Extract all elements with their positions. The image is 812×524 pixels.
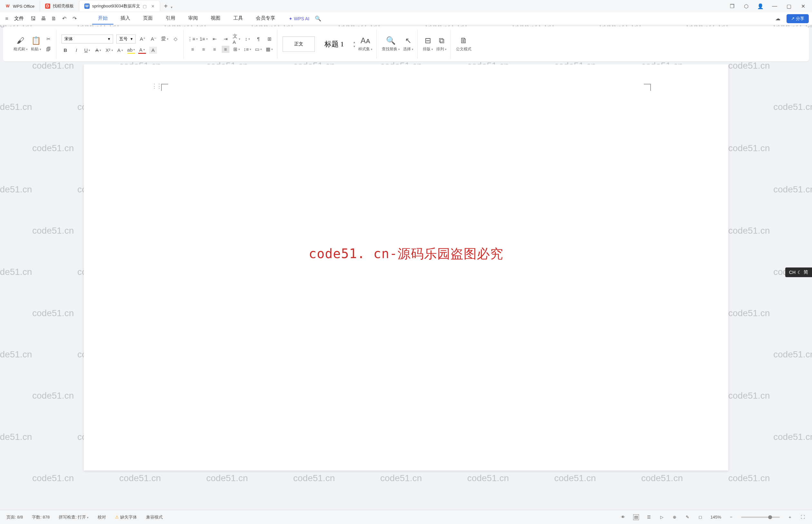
- menutab-4[interactable]: 审阅: [182, 13, 204, 24]
- tab-document[interactable]: W springboot93034数据库文 ▢ ✕: [79, 1, 160, 11]
- zoom-slider[interactable]: [741, 517, 780, 518]
- menutab-6[interactable]: 工具: [228, 13, 249, 24]
- highlight-icon[interactable]: ab: [127, 47, 135, 54]
- ime-indicator[interactable]: CH ☾ 简: [785, 267, 812, 277]
- outline-view-icon[interactable]: ☰: [646, 514, 652, 520]
- numbered-list-icon[interactable]: 1≡: [200, 35, 208, 43]
- show-marks-icon[interactable]: ¶: [254, 35, 262, 43]
- tab-settings-icon[interactable]: ⊞: [266, 35, 273, 43]
- style-body-button[interactable]: 正文: [283, 36, 315, 52]
- drag-handle-icon[interactable]: ⋮⋮: [151, 82, 161, 89]
- focus-icon[interactable]: ◻: [698, 514, 703, 520]
- play-icon[interactable]: ▷: [659, 514, 665, 520]
- draw-icon[interactable]: ✎: [685, 514, 691, 520]
- doc-mode-button[interactable]: 🗎 公文模式: [456, 36, 471, 52]
- line-spacing-icon[interactable]: ↕≡: [244, 46, 251, 53]
- label: 格式刷: [14, 46, 28, 52]
- font-color-icon[interactable]: A: [138, 47, 146, 54]
- zoom-thumb[interactable]: [768, 515, 772, 519]
- document-viewport[interactable]: ⋮⋮ code51. cn-源码乐园盗图必究: [0, 64, 812, 510]
- wps-ai-button[interactable]: WPS AI: [289, 16, 309, 21]
- window-multi-icon[interactable]: ❐: [729, 3, 735, 9]
- cloud-upload-icon[interactable]: ☁: [774, 15, 781, 22]
- arrange-button[interactable]: ⧉ 排列: [436, 36, 447, 52]
- style-scroll[interactable]: ▴▾: [353, 40, 355, 48]
- shading-icon[interactable]: ▭: [254, 46, 262, 53]
- proof-status[interactable]: 校对: [98, 514, 106, 520]
- align-justify-icon[interactable]: ≡: [222, 46, 229, 53]
- paste-button[interactable]: 📋 粘贴: [31, 36, 41, 52]
- distribute-icon[interactable]: ⊞: [233, 46, 241, 53]
- missing-font-status[interactable]: ⚠ 缺失字体: [115, 514, 137, 520]
- find-replace-button[interactable]: 🔍 查找替换: [382, 36, 400, 52]
- print-icon[interactable]: 🖶: [40, 15, 47, 22]
- menutab-1[interactable]: 插入: [115, 13, 136, 24]
- word-count[interactable]: 字数: 878: [32, 514, 50, 520]
- styleset-button[interactable]: Aᴀ 样式集: [358, 36, 372, 52]
- zoom-value[interactable]: 145%: [711, 515, 721, 520]
- undo-icon[interactable]: ↶: [61, 15, 68, 22]
- page-view-icon[interactable]: ▤: [633, 514, 639, 520]
- hamburger-icon[interactable]: ≡: [3, 15, 10, 22]
- menutab-2[interactable]: 页面: [137, 13, 159, 24]
- italic-icon[interactable]: I: [72, 47, 80, 54]
- cube-icon[interactable]: ⬡: [743, 3, 749, 9]
- decrease-indent-icon[interactable]: ⇤: [211, 35, 218, 43]
- bullet-list-icon[interactable]: ⋮≡: [189, 35, 197, 43]
- save-icon[interactable]: 🖫: [30, 15, 37, 22]
- underline-icon[interactable]: U: [83, 47, 91, 54]
- align-right-icon[interactable]: ≡: [211, 46, 218, 53]
- avatar-icon[interactable]: 👤: [757, 3, 764, 9]
- chevron-down-icon[interactable]: ▾: [171, 5, 172, 9]
- bold-icon[interactable]: B: [62, 47, 69, 54]
- close-icon[interactable]: ✕: [151, 4, 155, 9]
- strikethrough-icon[interactable]: A: [95, 47, 102, 54]
- font-name-select[interactable]: 宋体▾: [62, 34, 113, 44]
- text-direction-icon[interactable]: 文A: [233, 35, 241, 43]
- compat-mode-status[interactable]: 兼容模式: [146, 514, 163, 520]
- tab-templates[interactable]: D 找稻壳模板: [40, 1, 79, 11]
- sort-icon[interactable]: ↕: [244, 35, 251, 43]
- increase-indent-icon[interactable]: ⇥: [222, 35, 229, 43]
- font-fill-icon[interactable]: A: [149, 47, 157, 54]
- menutab-5[interactable]: 视图: [205, 13, 226, 24]
- zoom-out-icon[interactable]: −: [728, 514, 734, 520]
- clear-format-icon[interactable]: ◇: [172, 35, 180, 43]
- tab-label: WPS Office: [13, 4, 34, 9]
- print-preview-icon[interactable]: 🗎: [50, 15, 57, 22]
- cut-icon[interactable]: ✂: [45, 35, 52, 43]
- menutab-7[interactable]: 会员专享: [250, 13, 281, 24]
- layout-v-button[interactable]: ⊟ 排版: [423, 36, 433, 52]
- page-indicator[interactable]: 页面: 8/8: [6, 514, 23, 520]
- close-window-icon[interactable]: ✕: [800, 3, 806, 9]
- decrease-font-icon[interactable]: A⁻: [150, 35, 158, 43]
- copy-icon[interactable]: 🗐: [45, 46, 52, 53]
- eye-icon[interactable]: 👁: [620, 514, 626, 520]
- align-center-icon[interactable]: ≡: [200, 46, 208, 53]
- file-menu[interactable]: 文件: [14, 15, 24, 21]
- app-tab-wps[interactable]: W WPS Office: [0, 1, 40, 11]
- search-icon[interactable]: 🔍: [314, 15, 321, 22]
- maximize-icon[interactable]: ▢: [785, 3, 792, 9]
- borders-icon[interactable]: ▦: [266, 46, 273, 53]
- web-icon[interactable]: ⊕: [672, 514, 678, 520]
- menutab-0[interactable]: 开始: [92, 13, 113, 24]
- superscript-icon[interactable]: X²: [105, 47, 113, 54]
- change-case-icon[interactable]: 愛: [161, 35, 168, 43]
- spellcheck-status[interactable]: 拼写检查: 打开: [59, 514, 88, 520]
- font-size-select[interactable]: 五号▾: [116, 34, 136, 44]
- text-effect-icon[interactable]: A: [116, 47, 124, 54]
- format-painter-button[interactable]: 🖌 格式刷: [14, 36, 28, 52]
- select-button[interactable]: ↖ 选择: [403, 36, 413, 52]
- align-left-icon[interactable]: ≡: [189, 46, 197, 53]
- menutab-3[interactable]: 引用: [160, 13, 181, 24]
- minimize-icon[interactable]: —: [772, 3, 778, 9]
- presentation-mode-icon[interactable]: ▢: [143, 4, 147, 9]
- increase-font-icon[interactable]: A⁺: [139, 35, 147, 43]
- zoom-in-icon[interactable]: ＋: [787, 514, 793, 520]
- redo-icon[interactable]: ↷: [71, 15, 78, 22]
- new-tab-button[interactable]: + ▾: [160, 3, 176, 10]
- style-heading1-button[interactable]: 标题 1: [318, 36, 350, 52]
- share-button[interactable]: ↗ 分享: [786, 14, 809, 23]
- fullscreen-icon[interactable]: ⛶: [800, 514, 806, 520]
